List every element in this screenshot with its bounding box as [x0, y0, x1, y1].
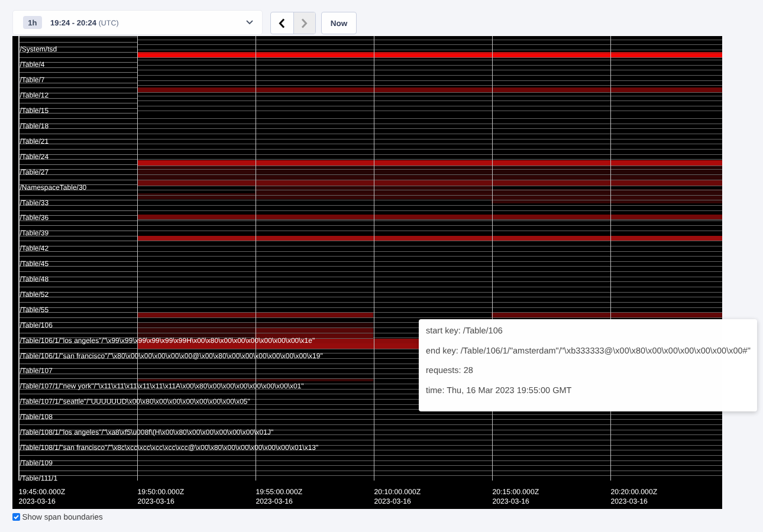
svg-text:/Table/45: /Table/45	[20, 259, 49, 268]
svg-text:/Table/106: /Table/106	[20, 321, 53, 329]
svg-text:/Table/15: /Table/15	[20, 106, 49, 115]
svg-text:/Table/106/1/"san francisco"/": /Table/106/1/"san francisco"/"\x80\x00\x…	[20, 352, 323, 360]
svg-text:/Table/4: /Table/4	[20, 60, 45, 69]
svg-text:19:45:00.000Z: 19:45:00.000Z	[19, 488, 66, 496]
svg-text:/Table/108/1/"los angeles"/"\x: /Table/108/1/"los angeles"/"\xa8\xf5\u00…	[20, 428, 274, 436]
svg-text:/Table/21: /Table/21	[20, 137, 49, 145]
svg-text:/System/tsd: /System/tsd	[20, 45, 57, 53]
svg-text:/Table/111/1: /Table/111/1	[20, 474, 58, 482]
svg-text:/Table/107/1/"new york"/"\x11\: /Table/107/1/"new york"/"\x11\x11\x11\x1…	[20, 382, 304, 390]
svg-text:2023-03-16: 2023-03-16	[493, 497, 530, 505]
svg-text:/Table/24: /Table/24	[20, 153, 49, 161]
svg-text:/Table/109: /Table/109	[20, 459, 53, 467]
svg-text:2023-03-16: 2023-03-16	[19, 497, 56, 505]
svg-text:/Table/12: /Table/12	[20, 91, 49, 99]
svg-text:/Table/42: /Table/42	[20, 244, 49, 252]
svg-text:20:10:00.000Z: 20:10:00.000Z	[374, 488, 421, 496]
svg-text:/Table/48: /Table/48	[20, 275, 49, 283]
svg-text:20:15:00.000Z: 20:15:00.000Z	[493, 488, 539, 496]
svg-text:/Table/52: /Table/52	[20, 290, 49, 299]
svg-text:/Table/108/1/"san francisco"/": /Table/108/1/"san francisco"/"\x8c\xcc\x…	[20, 443, 319, 452]
svg-text:/Table/55: /Table/55	[20, 306, 49, 314]
svg-text:/NamespaceTable/30: /NamespaceTable/30	[20, 183, 87, 192]
svg-text:19:55:00.000Z: 19:55:00.000Z	[256, 488, 303, 496]
svg-text:2023-03-16: 2023-03-16	[256, 497, 293, 505]
svg-text:19:50:00.000Z: 19:50:00.000Z	[138, 488, 185, 496]
svg-text:2023-03-16: 2023-03-16	[611, 497, 648, 505]
svg-text:20:20:00.000Z: 20:20:00.000Z	[611, 488, 658, 496]
svg-text:/Table/107: /Table/107	[20, 366, 53, 375]
svg-text:/Table/108: /Table/108	[20, 413, 53, 421]
svg-text:/Table/33: /Table/33	[20, 199, 49, 207]
svg-text:/Table/7: /Table/7	[20, 76, 45, 84]
svg-text:/Table/36: /Table/36	[20, 213, 49, 222]
svg-text:2023-03-16: 2023-03-16	[138, 497, 175, 505]
svg-text:/Table/39: /Table/39	[20, 229, 49, 237]
svg-text:/Table/107/1/"seattle"/"UUUUUU: /Table/107/1/"seattle"/"UUUUUUD\x00\x80\…	[20, 397, 250, 406]
svg-text:/Table/18: /Table/18	[20, 122, 49, 130]
svg-text:2023-03-16: 2023-03-16	[374, 497, 412, 505]
svg-text:/Table/27: /Table/27	[20, 168, 49, 176]
svg-text:/Table/106/1/"los angeles"/"\x: /Table/106/1/"los angeles"/"\x99\x99\x99…	[20, 336, 315, 345]
